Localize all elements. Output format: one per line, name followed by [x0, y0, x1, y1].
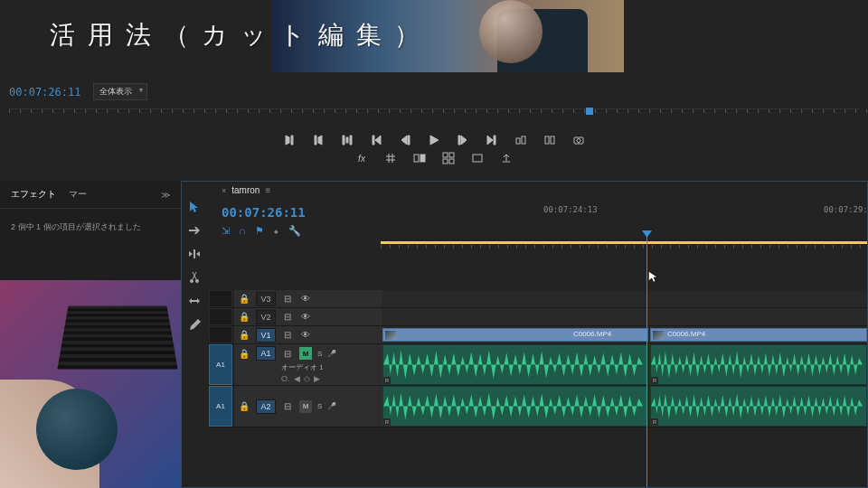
video-clip-1[interactable]: C0006.MP4	[382, 328, 648, 342]
svg-point-14	[195, 279, 199, 283]
lock-icon[interactable]: 🔒	[238, 311, 250, 324]
audio-clip-2[interactable]: R	[650, 344, 867, 385]
a2-source-patch[interactable]: A1	[209, 386, 232, 427]
step-forward-icon[interactable]	[457, 134, 469, 146]
step-back-icon[interactable]	[399, 134, 411, 146]
v2-label[interactable]: V2	[256, 310, 276, 324]
settings-icon[interactable]: 🔧	[288, 225, 301, 237]
keyframe-controls[interactable]: O.◀◇▶	[281, 374, 320, 383]
track-v2: 🔒 V2 ⊟ 👁	[209, 308, 867, 326]
transport-row-2: fx	[355, 152, 513, 164]
export-frame-icon[interactable]	[572, 134, 585, 146]
solo-button[interactable]: S	[317, 350, 322, 358]
timeline-ruler[interactable]: 00:07:24:13 00:07:29:13	[381, 205, 867, 234]
safe-margins-icon[interactable]	[384, 152, 397, 164]
a2-header: 🔒 A2 ⊟ M S 🎤	[234, 386, 382, 427]
insert-mode-icon[interactable]: ⇲	[222, 225, 230, 237]
mark-clip-icon[interactable]	[341, 134, 354, 146]
ruler-label-1: 00:07:24:13	[543, 205, 598, 214]
svg-rect-7	[420, 155, 425, 162]
multi-view-icon[interactable]	[442, 152, 455, 164]
a1-label[interactable]: A1	[256, 346, 276, 361]
svg-rect-0	[516, 138, 520, 144]
marker-icon[interactable]: ⬥	[273, 225, 279, 237]
video-clip-2[interactable]: C0006.MP4	[650, 328, 867, 342]
sequence-tab[interactable]: × tamron ≡	[222, 185, 269, 195]
sequence-menu-icon[interactable]: ≡	[265, 185, 269, 195]
timeline-timecode[interactable]: 00:07:26:11	[222, 205, 306, 220]
a2-content[interactable]: R R	[382, 386, 867, 427]
voice-over-icon[interactable]: 🎤	[327, 402, 336, 410]
slip-tool-icon[interactable]	[187, 294, 202, 308]
monitor-ruler[interactable]	[9, 108, 859, 121]
svg-rect-9	[449, 153, 454, 157]
track-select-tool-icon[interactable]	[187, 223, 202, 238]
extract-icon[interactable]	[543, 134, 556, 146]
overlay-title: 活用法（カット編集）	[50, 18, 432, 52]
selection-tool-icon[interactable]	[187, 200, 202, 214]
ripple-tool-icon[interactable]	[187, 247, 202, 261]
go-to-in-icon[interactable]	[370, 134, 382, 146]
v1-source-patch[interactable]	[209, 326, 232, 343]
sync-lock-icon[interactable]: ⊟	[281, 347, 294, 360]
mute-button[interactable]: M	[299, 347, 312, 360]
audio-clip-3[interactable]: R	[382, 386, 648, 427]
mark-out-icon[interactable]	[312, 134, 325, 146]
svg-rect-1	[522, 136, 525, 144]
sync-lock-icon[interactable]: ⊟	[281, 329, 294, 342]
lock-icon[interactable]: 🔒	[238, 293, 250, 305]
eye-icon[interactable]: 👁	[299, 311, 312, 324]
work-area-bar[interactable]	[381, 241, 867, 244]
sync-lock-icon[interactable]: ⊟	[281, 400, 294, 413]
linked-selection-icon[interactable]: ⚑	[255, 225, 264, 237]
a1-content[interactable]: R R	[382, 344, 867, 385]
lift-icon[interactable]	[514, 134, 527, 146]
lock-icon[interactable]: 🔒	[238, 329, 250, 342]
a2-label[interactable]: A2	[256, 399, 276, 414]
svg-rect-8	[443, 153, 448, 157]
monitor-subject	[497, 9, 588, 72]
razor-tool-icon[interactable]	[187, 270, 202, 285]
source-thumbnail[interactable]	[0, 280, 181, 488]
v3-source-patch[interactable]	[209, 290, 232, 307]
zoom-select[interactable]: 全体表示	[93, 83, 147, 100]
v1-content[interactable]: C0006.MP4 C0006.MP4	[382, 326, 867, 343]
audio-clip-1[interactable]: R	[382, 344, 648, 385]
sync-lock-icon[interactable]: ⊟	[281, 293, 294, 305]
lock-icon[interactable]: 🔒	[238, 400, 250, 413]
v3-header: 🔒 V3 ⊟ 👁	[234, 290, 382, 307]
tab-effects[interactable]: エフェクト	[11, 188, 56, 201]
snap-icon[interactable]: ∩	[239, 225, 246, 237]
compare-icon[interactable]	[413, 152, 426, 164]
go-to-out-icon[interactable]	[486, 134, 498, 146]
sync-lock-icon[interactable]: ⊟	[281, 311, 294, 324]
tabs-overflow-icon[interactable]: ≫	[161, 190, 170, 200]
mark-in-icon[interactable]	[283, 134, 296, 146]
solo-button[interactable]: S	[317, 402, 322, 410]
project-panel: エフェクト マー ≫ 2 個中 1 個の項目が選択されました	[0, 181, 181, 488]
play-icon[interactable]	[428, 134, 440, 146]
close-sequence-icon[interactable]: ×	[222, 186, 226, 195]
mute-button[interactable]: M	[299, 400, 312, 413]
audio-clip-4[interactable]: R	[650, 386, 867, 427]
v2-content[interactable]	[382, 308, 867, 325]
a1-source-patch[interactable]: A1	[209, 344, 232, 385]
v3-content[interactable]	[382, 290, 867, 307]
voice-over-icon[interactable]: 🎤	[327, 350, 336, 358]
v1-label[interactable]: V1	[256, 328, 276, 343]
v2-source-patch[interactable]	[209, 308, 232, 325]
proxy-icon[interactable]	[471, 152, 484, 164]
monitor-playhead[interactable]	[586, 108, 593, 115]
eye-icon[interactable]: 👁	[299, 293, 312, 305]
transport-row-1	[283, 134, 585, 146]
share-icon[interactable]	[500, 152, 513, 164]
eye-icon[interactable]: 👁	[299, 329, 312, 342]
lock-icon[interactable]: 🔒	[238, 347, 250, 360]
timeline-playhead[interactable]	[646, 232, 647, 487]
thumbnail-hand	[0, 380, 99, 488]
monitor-timecode[interactable]: 00:07:26:11	[9, 86, 80, 99]
fx-icon[interactable]: fx	[355, 152, 368, 164]
v3-label[interactable]: V3	[256, 292, 276, 306]
tab-markers[interactable]: マー	[69, 188, 87, 201]
pen-tool-icon[interactable]	[187, 317, 202, 332]
